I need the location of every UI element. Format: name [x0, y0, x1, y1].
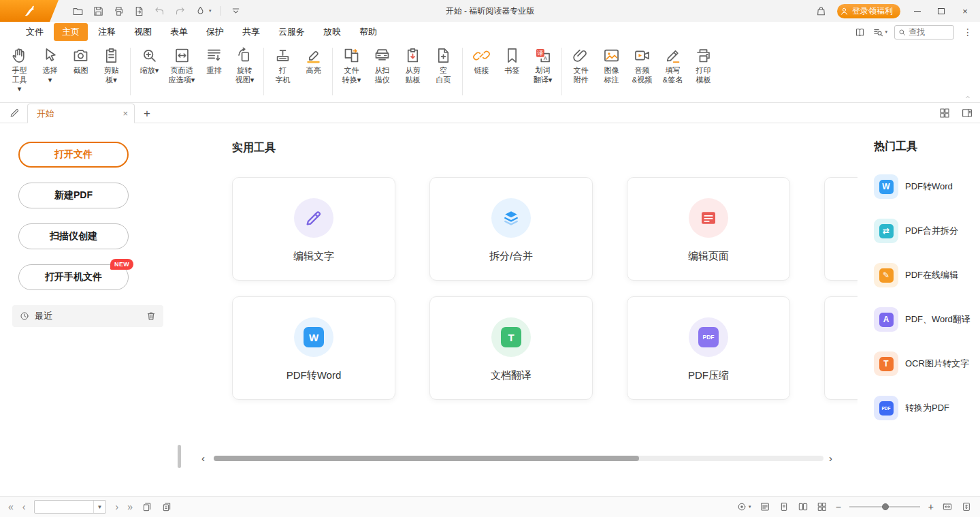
print-icon[interactable]	[113, 5, 125, 17]
login-button[interactable]: 登录领福利	[837, 4, 900, 18]
tool-pdf-word-translate[interactable]: A PDF、Word翻译	[874, 307, 980, 332]
collapse-ribbon-icon[interactable]	[962, 92, 973, 101]
annotate-pencil-icon[interactable]	[9, 107, 20, 119]
card-pdf-to-word[interactable]: W PDF转Word	[232, 296, 395, 400]
save-icon[interactable]	[93, 5, 104, 17]
ribbon-from-clipboard[interactable]: 从剪 贴板	[397, 46, 428, 84]
ribbon-audio-video[interactable]: 音频 &视频	[627, 46, 657, 84]
ribbon-highlight[interactable]: 高亮	[298, 46, 329, 76]
ribbon-page-fit-options[interactable]: 页面适 应选项▾	[165, 46, 199, 84]
prev-page-icon[interactable]: ‹	[22, 502, 26, 512]
tab-grid-view-icon[interactable]	[938, 107, 951, 119]
tool-pdf-to-word[interactable]: W PDF转Word	[874, 174, 980, 199]
ribbon-reflow[interactable]: 重排	[199, 46, 229, 76]
open-file-icon[interactable]	[72, 5, 84, 17]
ribbon-clipboard[interactable]: 剪贴 板▾	[96, 46, 127, 84]
scanner-create-button[interactable]: 扫描仪创建	[18, 223, 129, 249]
tool-convert-to-pdf[interactable]: PDF 转换为PDF	[874, 396, 980, 420]
ribbon-hand-tool[interactable]: 手型 工具 ▾	[4, 46, 35, 94]
app-logo[interactable]	[0, 0, 59, 22]
menu-present[interactable]: 放映	[315, 23, 349, 41]
tool-pdf-merge-split[interactable]: ⇄ PDF合并拆分	[874, 219, 980, 243]
page-thumbnail-icon[interactable]	[142, 501, 152, 512]
menu-cloud[interactable]: 云服务	[270, 23, 313, 41]
ribbon-blank-page[interactable]: 空 白页	[428, 46, 459, 84]
ribbon-link[interactable]: 链接	[466, 46, 497, 76]
undo-icon[interactable]	[154, 5, 165, 17]
ribbon-word-translate[interactable]: 译A 划词 翻译▾	[527, 46, 558, 84]
card-pdf-compress[interactable]: PDF PDF压缩	[627, 296, 790, 400]
more-options-icon[interactable]: ⋮	[961, 27, 975, 37]
menu-share[interactable]: 共享	[234, 23, 268, 41]
tool-pdf-online-edit[interactable]: ✎ PDF在线编辑	[874, 263, 980, 287]
recent-files-item[interactable]: 最近	[12, 305, 163, 327]
ink-tool-dropdown-icon[interactable]: ▾	[209, 8, 212, 14]
menu-view[interactable]: 视图	[126, 23, 160, 41]
open-mobile-file-button[interactable]: 打开手机文件 NEW	[18, 264, 129, 290]
new-pdf-button[interactable]: 新建PDF	[18, 183, 129, 208]
ribbon-file-attachment[interactable]: 文件 附件	[566, 46, 596, 84]
menu-help[interactable]: 帮助	[351, 23, 385, 41]
ribbon-typewriter[interactable]: 打 字机	[267, 46, 298, 84]
ribbon-snapshot[interactable]: 截图	[65, 46, 96, 76]
menu-file[interactable]: 文件	[18, 23, 52, 41]
card-partial[interactable]	[824, 177, 858, 281]
ink-tool-icon[interactable]	[195, 5, 206, 17]
ribbon-print-template[interactable]: 打印 模板	[688, 46, 719, 84]
clear-recent-icon[interactable]	[146, 311, 157, 322]
facing-pages-icon[interactable]	[798, 501, 808, 512]
vertical-scrollbar-thumb[interactable]	[178, 445, 181, 468]
ribbon-file-convert[interactable]: 文件 转换▾	[336, 46, 367, 84]
page-dropdown-icon[interactable]: ▼	[93, 501, 106, 513]
quad-pages-icon[interactable]	[817, 501, 828, 512]
last-page-icon[interactable]: »	[127, 502, 133, 512]
open-file-button[interactable]: 打开文件	[18, 142, 129, 168]
customize-toolbar-icon[interactable]	[230, 5, 242, 17]
side-panel-toggle-icon[interactable]	[961, 107, 973, 119]
ribbon-select[interactable]: 选择 ▾	[35, 46, 65, 84]
zoom-out-icon[interactable]: −	[836, 502, 841, 512]
ribbon-fill-sign[interactable]: 填写 &签名	[657, 46, 688, 84]
zoom-in-icon[interactable]: +	[928, 502, 934, 512]
card-doc-translate[interactable]: T 文档翻译	[429, 296, 593, 400]
new-tab-button[interactable]: +	[144, 108, 150, 119]
menu-form[interactable]: 表单	[162, 23, 196, 41]
horizontal-scrollbar[interactable]	[214, 456, 823, 461]
fit-width-icon[interactable]	[942, 501, 953, 512]
scroll-left-icon[interactable]: ‹	[201, 453, 205, 464]
menu-protect[interactable]: 保护	[198, 23, 232, 41]
minimize-button[interactable]	[911, 4, 924, 18]
maximize-button[interactable]	[934, 4, 948, 18]
ribbon-image-annotation[interactable]: 图像 标注	[596, 46, 627, 84]
ribbon-from-scanner[interactable]: 从扫 描仪	[367, 46, 397, 84]
card-edit-pages[interactable]: 编辑页面	[627, 177, 790, 281]
page-copy-icon[interactable]	[161, 501, 172, 512]
card-split-merge[interactable]: 拆分/合并	[429, 177, 593, 281]
view-mode-selector[interactable]: ▾	[736, 501, 751, 512]
ribbon-rotate-view[interactable]: 旋转 视图▾	[229, 46, 260, 84]
reading-list-icon[interactable]	[760, 501, 770, 512]
menu-comment[interactable]: 注释	[90, 23, 124, 41]
single-page-icon[interactable]	[779, 501, 789, 512]
card-partial[interactable]	[824, 296, 858, 400]
tab-start[interactable]: 开始 ×	[27, 104, 135, 123]
find-options-icon[interactable]	[872, 27, 884, 38]
store-icon[interactable]	[815, 5, 827, 17]
first-page-icon[interactable]: «	[8, 502, 14, 512]
find-options-dropdown-icon[interactable]: ▾	[885, 29, 887, 35]
scroll-right-icon[interactable]: ›	[829, 453, 832, 464]
menu-home[interactable]: 主页	[54, 23, 88, 41]
export-icon[interactable]	[133, 5, 145, 17]
redo-icon[interactable]	[174, 5, 186, 17]
tab-close-icon[interactable]: ×	[122, 108, 128, 119]
card-edit-text[interactable]: 编辑文字	[232, 177, 395, 281]
page-number-combobox[interactable]: ▼	[34, 500, 106, 514]
zoom-slider-thumb[interactable]	[882, 503, 889, 510]
read-mode-icon[interactable]	[854, 27, 866, 38]
tool-ocr-image-to-text[interactable]: T OCR图片转文字	[874, 351, 980, 376]
search-box[interactable]	[894, 25, 954, 40]
close-button[interactable]: ×	[958, 4, 972, 18]
horizontal-scrollbar-thumb[interactable]	[214, 456, 639, 461]
next-page-icon[interactable]: ›	[115, 502, 118, 512]
zoom-slider[interactable]	[849, 503, 920, 511]
